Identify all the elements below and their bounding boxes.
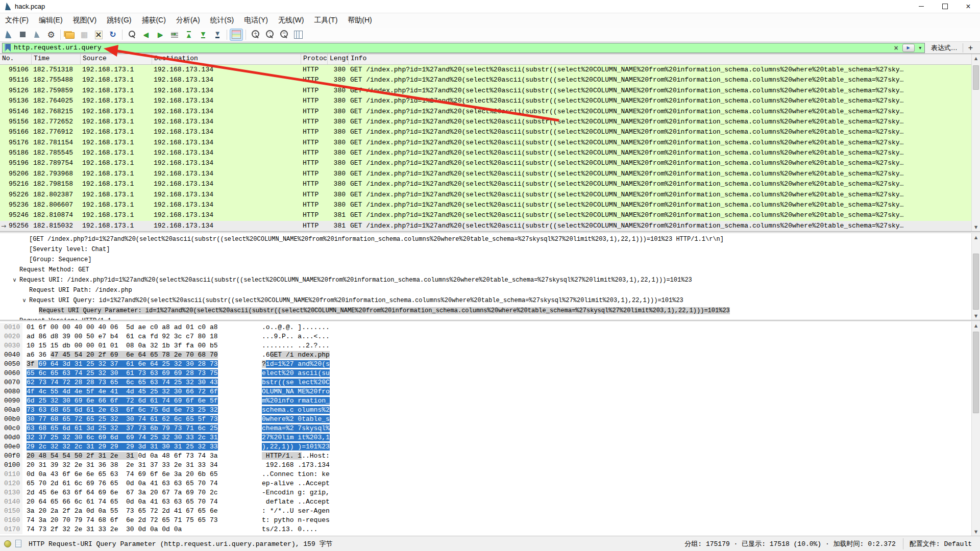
- open-file-icon[interactable]: [63, 29, 77, 41]
- menu-item-10[interactable]: 帮助(H): [342, 13, 377, 28]
- hex-bytes[interactable]: 62 73 74 72 28 28 73 65 6c 65 63 74 25 3…: [27, 378, 218, 387]
- packet-row[interactable]: 95106182.751318192.168.173.1192.168.173.…: [0, 65, 980, 75]
- packet-row[interactable]: 95166182.776912192.168.173.1192.168.173.…: [0, 127, 980, 137]
- details-scrollbar[interactable]: ▲ ▼: [971, 233, 980, 320]
- expert-info-icon[interactable]: [4, 540, 11, 547]
- hex-bytes[interactable]: 20 48 54 54 50 2f 31 2e 31 0d 0a 48 6f 7…: [27, 452, 218, 461]
- packet-row[interactable]: 95156182.772652192.168.173.1192.168.173.…: [0, 117, 980, 127]
- column-header-info[interactable]: Info: [349, 54, 980, 64]
- colorize-packets-icon[interactable]: [230, 29, 243, 41]
- hex-row[interactable]: 00d032 37 25 32 30 6c 69 6d 69 74 25 32 …: [0, 433, 980, 442]
- hex-ascii[interactable]: 192.168 .173.134: [262, 461, 330, 470]
- detail-line[interactable]: ∨Request URI Query: id=1%27and%20(select…: [0, 295, 980, 306]
- hex-row[interactable]: 00c063 68 65 6d 61 3d 25 32 37 73 6b 79 …: [0, 424, 980, 433]
- filter-input[interactable]: http.request.uri.query × ▶ ▾: [2, 43, 925, 53]
- close-file-icon[interactable]: [92, 29, 105, 41]
- hex-row[interactable]: 00e029 2c 32 32 2c 31 29 29 29 3d 31 30 …: [0, 442, 980, 452]
- packet-row[interactable]: 95216182.798158192.168.173.1192.168.173.…: [0, 179, 980, 189]
- hex-row[interactable]: 014020 64 65 66 6c 61 74 65 0d 0a 41 63 …: [0, 497, 980, 507]
- restart-capture-icon[interactable]: [30, 29, 43, 41]
- packet-row[interactable]: 95126182.759859192.168.173.1192.168.173.…: [0, 86, 980, 96]
- save-file-icon[interactable]: [78, 29, 91, 41]
- expression-button[interactable]: 表达式…: [931, 43, 958, 53]
- column-header-destination[interactable]: Destination: [152, 54, 301, 64]
- scroll-up-icon[interactable]: ▲: [972, 54, 980, 62]
- hex-ascii[interactable]: OLUMN_NA ME%20fro: [262, 387, 330, 396]
- detail-line[interactable]: Request URI Query Parameter: id=1%27and%…: [0, 306, 980, 316]
- zoom-reset-icon[interactable]: [277, 29, 290, 41]
- menu-item-2[interactable]: 视图(V): [68, 13, 102, 28]
- expander-icon[interactable]: ∨: [10, 275, 19, 285]
- hex-ascii[interactable]: 27%20lim it%203,1: [262, 433, 330, 442]
- hex-bytes[interactable]: 65 70 2d 61 6c 69 76 65 0d 0a 41 63 63 6…: [27, 479, 218, 488]
- scroll-down-icon[interactable]: ▼: [972, 528, 980, 536]
- scroll-down-icon[interactable]: ▼: [972, 223, 980, 231]
- hex-ascii[interactable]: ),22,1)) )=101%23: [262, 442, 330, 452]
- column-header-no[interactable]: No.: [0, 54, 32, 64]
- hex-ascii[interactable]: ........ ..2.?...: [262, 341, 330, 350]
- packet-row[interactable]: 95146182.768215192.168.173.1192.168.173.…: [0, 107, 980, 117]
- go-forward-icon[interactable]: [154, 29, 167, 41]
- hex-bytes[interactable]: 65 6c 65 63 74 25 32 30 61 73 63 69 69 2…: [27, 369, 218, 378]
- minimize-button[interactable]: [910, 0, 933, 13]
- column-header-time[interactable]: Time: [32, 54, 81, 64]
- hex-ascii[interactable]: t: pytho n-reques: [262, 516, 330, 525]
- hex-row[interactable]: 01100d 0a 43 6f 6e 6e 65 63 74 69 6f 6e …: [0, 470, 980, 479]
- hex-bytes[interactable]: 74 3a 20 70 79 74 68 6f 6e 2d 72 65 71 7…: [27, 516, 218, 525]
- packet-row[interactable]: 95186182.785545192.168.173.1192.168.173.…: [0, 148, 980, 158]
- expander-icon[interactable]: ∨: [19, 295, 29, 306]
- hex-row[interactable]: 006065 6c 65 63 74 25 32 30 61 73 63 69 …: [0, 369, 980, 378]
- close-button[interactable]: [957, 0, 980, 13]
- auto-scroll-icon[interactable]: [211, 29, 224, 41]
- reload-file-icon[interactable]: [106, 29, 119, 41]
- hex-ascii[interactable]: m%20info rmation_: [262, 396, 330, 406]
- hex-bytes[interactable]: 74 73 2f 32 2e 31 33 2e 30 0d 0a 0d 0a: [27, 525, 218, 534]
- hex-ascii[interactable]: -Encodin g: gzip,: [262, 488, 330, 497]
- hex-bytes[interactable]: 73 63 68 65 6d 61 2e 63 6f 6c 75 6d 6e 7…: [27, 406, 218, 415]
- hex-bytes[interactable]: 63 68 65 6d 61 3d 25 32 37 73 6b 79 73 7…: [27, 424, 218, 433]
- zoom-in-icon[interactable]: [249, 29, 262, 41]
- hex-row[interactable]: 001001 6f 00 00 40 00 40 06 5d ae c0 a8 …: [0, 323, 980, 332]
- go-to-packet-icon[interactable]: [168, 29, 181, 41]
- start-capture-icon[interactable]: [2, 29, 15, 41]
- hex-bytes[interactable]: 3f 69 64 3d 31 25 32 37 61 6e 64 25 32 3…: [27, 360, 218, 369]
- menu-item-4[interactable]: 捕获(C): [136, 13, 170, 28]
- hex-bytes[interactable]: 30 77 68 65 72 65 25 32 30 74 61 62 6c 6…: [27, 415, 218, 424]
- hex-row[interactable]: 012065 70 2d 61 6c 69 76 65 0d 0a 41 63 …: [0, 479, 980, 488]
- hex-ascii[interactable]: ep-alive ..Accept: [262, 479, 330, 488]
- menu-item-6[interactable]: 统计(S): [205, 13, 239, 28]
- hex-bytes[interactable]: 20 31 39 32 2e 31 36 38 2e 31 37 33 2e 3…: [27, 461, 218, 470]
- packet-row[interactable]: 95196182.789754192.168.173.1192.168.173.…: [0, 158, 980, 168]
- menu-item-9[interactable]: 工具(T): [309, 13, 342, 28]
- scroll-down-icon[interactable]: ▼: [972, 312, 980, 320]
- menu-item-1[interactable]: 编辑(E): [34, 13, 68, 28]
- filter-clear-icon[interactable]: ×: [892, 44, 901, 52]
- hex-bytes[interactable]: ad 86 d8 39 00 50 e7 b4 61 ca fd 92 3c c…: [27, 332, 218, 341]
- hex-bytes[interactable]: a6 36 47 45 54 20 2f 69 6e 64 65 78 2e 7…: [27, 350, 218, 360]
- detail-line[interactable]: Request Method: GET: [0, 265, 980, 275]
- hex-row[interactable]: 0040a6 36 47 45 54 20 2f 69 6e 64 65 78 …: [0, 350, 980, 360]
- filter-dropdown-icon[interactable]: ▾: [916, 45, 924, 51]
- stop-capture-icon[interactable]: [16, 29, 29, 41]
- hex-row[interactable]: 010020 31 39 32 2e 31 36 38 2e 31 37 33 …: [0, 461, 980, 470]
- hex-ascii[interactable]: elect%20 ascii(su: [262, 369, 330, 378]
- hex-row[interactable]: 017074 73 2f 32 2e 31 33 2e 30 0d 0a 0d …: [0, 525, 980, 534]
- zoom-out-icon[interactable]: [263, 29, 276, 41]
- menu-item-8[interactable]: 无线(W): [273, 13, 309, 28]
- hex-ascii[interactable]: deflate ..Accept: [262, 497, 330, 507]
- menu-item-3[interactable]: 跳转(G): [102, 13, 136, 28]
- hex-ascii[interactable]: bstr((se lect%20C: [262, 378, 330, 387]
- go-back-icon[interactable]: [139, 29, 153, 41]
- hex-row[interactable]: 00906d 25 32 30 69 6e 66 6f 72 6d 61 74 …: [0, 396, 980, 406]
- hex-row[interactable]: 00b030 77 68 65 72 65 25 32 30 74 61 62 …: [0, 415, 980, 424]
- hex-bytes[interactable]: 3a 20 2a 2f 2a 0d 0a 55 73 65 72 2d 41 6…: [27, 507, 218, 516]
- hex-row[interactable]: 016074 3a 20 70 79 74 68 6f 6e 2d 72 65 …: [0, 516, 980, 525]
- hex-ascii[interactable]: .o..@.@. ].......: [262, 323, 330, 332]
- menu-item-7[interactable]: 电话(Y): [239, 13, 273, 28]
- hex-ascii[interactable]: chema=%2 7skysql%: [262, 424, 330, 433]
- scroll-up-icon[interactable]: ▲: [972, 233, 980, 241]
- hex-row[interactable]: 00f020 48 54 54 50 2f 31 2e 31 0d 0a 48 …: [0, 452, 980, 461]
- column-header-source[interactable]: Source: [81, 54, 152, 64]
- hex-row[interactable]: 01302d 45 6e 63 6f 64 69 6e 67 3a 20 67 …: [0, 488, 980, 497]
- hex-bytes[interactable]: 10 15 15 db 00 00 01 01 08 0a 32 1b 3f f…: [27, 341, 218, 350]
